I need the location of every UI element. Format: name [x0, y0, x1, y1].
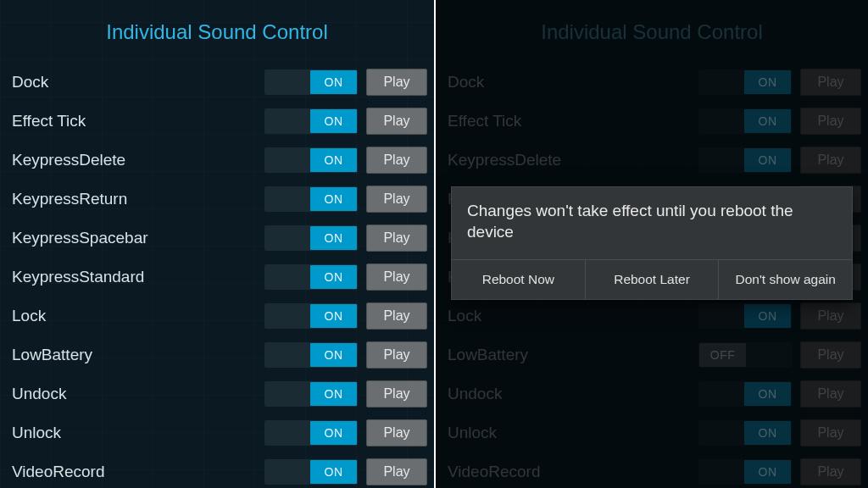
- play-button[interactable]: Play: [366, 263, 427, 291]
- toggle-on-thumb: ON: [310, 148, 357, 172]
- sound-row: LowBatteryONPlay: [0, 336, 434, 374]
- reboot-now-button[interactable]: Reboot Now: [452, 260, 585, 299]
- toggle-on-thumb: ON: [310, 421, 357, 445]
- toggle-on-thumb: ON: [310, 265, 357, 289]
- sound-toggle[interactable]: ON: [264, 225, 358, 251]
- play-button[interactable]: Play: [366, 147, 427, 174]
- sound-label: Lock: [12, 307, 264, 325]
- sound-label: Effect Tick: [12, 112, 264, 130]
- dialog-actions: Reboot Now Reboot Later Don't show again: [452, 259, 852, 299]
- sound-row: UnlockONPlay: [0, 413, 434, 452]
- play-button[interactable]: Play: [366, 69, 427, 96]
- sound-row: VideoRecordONPlay: [0, 452, 434, 488]
- sound-toggle[interactable]: ON: [264, 108, 358, 134]
- sound-label: VideoRecord: [12, 463, 264, 481]
- sound-label: Undock: [12, 385, 264, 403]
- toggle-on-thumb: ON: [310, 226, 357, 250]
- sound-row: Effect TickONPlay: [0, 102, 434, 141]
- play-button[interactable]: Play: [366, 302, 427, 330]
- toggle-on-thumb: ON: [310, 382, 357, 406]
- pane-left: Individual Sound Control DockONPlayEffec…: [0, 0, 434, 488]
- toggle-on-thumb: ON: [310, 187, 357, 211]
- toggle-on-thumb: ON: [310, 70, 357, 94]
- sound-toggle[interactable]: ON: [264, 420, 358, 446]
- toggle-on-thumb: ON: [310, 109, 357, 133]
- play-button[interactable]: Play: [366, 341, 427, 369]
- toggle-on-thumb: ON: [310, 343, 357, 367]
- dont-show-again-button[interactable]: Don't show again: [718, 260, 852, 299]
- sound-row: KeypressDeleteONPlay: [0, 141, 434, 180]
- sound-label: KeypressStandard: [12, 268, 264, 286]
- sound-toggle[interactable]: ON: [264, 147, 358, 173]
- play-button[interactable]: Play: [366, 186, 427, 213]
- reboot-dialog: Changes won't take effect until you rebo…: [451, 186, 853, 300]
- sound-toggle[interactable]: ON: [264, 381, 358, 407]
- sound-row: LockONPlay: [0, 297, 434, 336]
- sound-row: UndockONPlay: [0, 374, 434, 413]
- sound-row: KeypressSpacebarONPlay: [0, 219, 434, 258]
- pane-right: Individual Sound Control DockONPlayEffec…: [434, 0, 868, 488]
- sound-row: KeypressStandardONPlay: [0, 258, 434, 297]
- sound-label: LowBattery: [12, 346, 264, 364]
- sound-row: DockONPlay: [0, 63, 434, 102]
- play-button[interactable]: Play: [366, 380, 427, 408]
- sound-label: KeypressReturn: [12, 190, 264, 208]
- sound-toggle[interactable]: ON: [264, 264, 358, 290]
- toggle-on-thumb: ON: [310, 304, 357, 328]
- sound-label: Unlock: [12, 424, 264, 442]
- play-button[interactable]: Play: [366, 225, 427, 252]
- sound-toggle[interactable]: ON: [264, 342, 358, 368]
- page-title: Individual Sound Control: [0, 5, 434, 63]
- sound-row: KeypressReturnONPlay: [0, 180, 434, 219]
- sound-toggle[interactable]: ON: [264, 303, 358, 329]
- sound-list-left: DockONPlayEffect TickONPlayKeypressDelet…: [0, 63, 434, 488]
- sound-label: KeypressDelete: [12, 151, 264, 169]
- sound-toggle[interactable]: ON: [264, 69, 358, 95]
- play-button[interactable]: Play: [366, 458, 427, 485]
- sound-toggle[interactable]: ON: [264, 186, 358, 212]
- sound-label: KeypressSpacebar: [12, 229, 264, 247]
- toggle-on-thumb: ON: [310, 460, 357, 484]
- play-button[interactable]: Play: [366, 108, 427, 135]
- dialog-message: Changes won't take effect until you rebo…: [452, 187, 852, 259]
- play-button[interactable]: Play: [366, 419, 427, 446]
- reboot-later-button[interactable]: Reboot Later: [585, 260, 719, 299]
- sound-toggle[interactable]: ON: [264, 459, 358, 485]
- sound-label: Dock: [12, 73, 264, 92]
